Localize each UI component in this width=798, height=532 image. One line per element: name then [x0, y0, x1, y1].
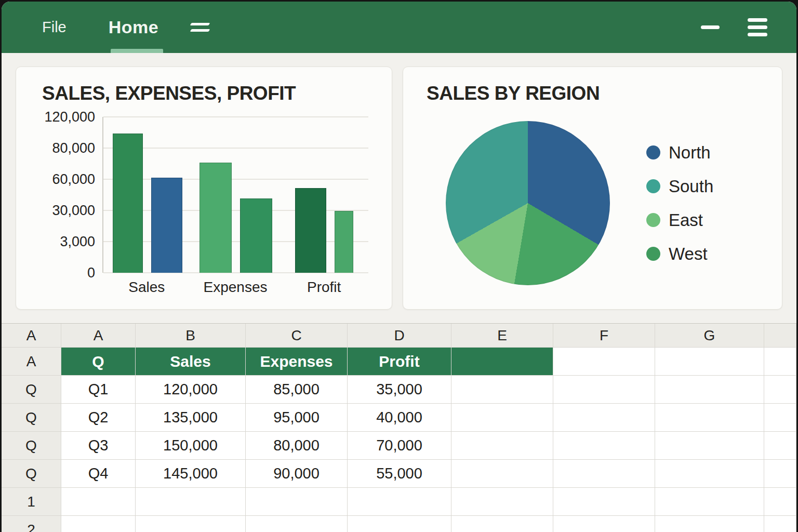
table-cell[interactable]: 90,000	[246, 460, 348, 488]
column-header[interactable]: F	[553, 324, 655, 348]
bar	[240, 198, 272, 273]
column-header[interactable]: G	[655, 324, 764, 348]
table-cell[interactable]	[764, 488, 796, 516]
table-cell[interactable]	[655, 432, 764, 460]
row-header[interactable]: Q	[2, 376, 61, 404]
table-cell[interactable]: 120,000	[136, 376, 246, 404]
window-controls	[701, 18, 767, 36]
table-header-cell[interactable]: Expenses	[246, 348, 348, 376]
slanted-lines-icon[interactable]	[191, 23, 209, 32]
table-cell[interactable]	[451, 460, 553, 488]
corner-header-cell[interactable]: A	[2, 324, 61, 348]
table-header-cell[interactable]	[451, 348, 553, 376]
table-cell[interactable]: Q2	[61, 404, 136, 432]
column-header[interactable]: C	[246, 324, 348, 348]
spreadsheet-grid: AABCDEFGAQSalesExpensesProfitQQ1120,0008…	[2, 323, 796, 532]
table-cell[interactable]	[553, 432, 655, 460]
bar-group	[103, 117, 192, 273]
column-header[interactable]: D	[348, 324, 451, 348]
bar-chart-plot	[102, 117, 368, 273]
table-cell[interactable]	[553, 404, 655, 432]
table-cell[interactable]	[553, 376, 655, 404]
table-cell[interactable]	[764, 516, 796, 532]
table-cell[interactable]: 55,000	[348, 460, 451, 488]
table-cell[interactable]	[61, 488, 136, 516]
menu-icon[interactable]	[748, 18, 767, 36]
bar-group	[280, 117, 368, 273]
table-cell[interactable]	[655, 460, 764, 488]
table-cell[interactable]	[451, 404, 553, 432]
table-cell[interactable]: 135,000	[136, 404, 246, 432]
column-header[interactable]: A	[61, 324, 136, 348]
legend-dot-icon	[646, 179, 660, 193]
table-cell[interactable]	[764, 404, 796, 432]
table-cell[interactable]: 40,000	[348, 404, 451, 432]
table-cell[interactable]	[764, 376, 796, 404]
table-header-cell[interactable]: Profit	[348, 348, 451, 376]
row-header[interactable]: 1	[2, 488, 61, 516]
table-cell[interactable]	[764, 348, 796, 376]
table-cell[interactable]: Q4	[61, 460, 136, 488]
table-header-cell[interactable]: Q	[61, 348, 136, 376]
table-cell[interactable]	[655, 404, 764, 432]
bar-group	[192, 117, 280, 273]
bar-groups	[103, 117, 368, 273]
table-cell[interactable]	[246, 488, 348, 516]
titlebar: File Home	[2, 2, 796, 53]
table-cell[interactable]	[655, 516, 764, 532]
table-cell[interactable]	[655, 376, 764, 404]
table-cell[interactable]	[61, 516, 136, 532]
column-header[interactable]: B	[136, 324, 246, 348]
table-cell[interactable]	[136, 488, 246, 516]
table-cell[interactable]	[348, 488, 451, 516]
row-header[interactable]: Q	[2, 404, 61, 432]
table-cell[interactable]: 85,000	[246, 376, 348, 404]
table-cell[interactable]	[764, 432, 796, 460]
table-cell[interactable]	[246, 516, 348, 532]
table-cell[interactable]: Q3	[61, 432, 136, 460]
row-header[interactable]: 2	[2, 516, 61, 532]
table-cell[interactable]	[348, 516, 451, 532]
table-cell[interactable]: Q1	[61, 376, 136, 404]
bar	[113, 134, 143, 273]
table-cell[interactable]	[553, 488, 655, 516]
legend-dot-icon	[646, 145, 660, 159]
table-header-cell[interactable]: Sales	[136, 348, 246, 376]
column-header[interactable]: E	[451, 324, 553, 348]
table-cell[interactable]	[553, 516, 655, 532]
table-cell[interactable]	[451, 516, 553, 532]
pie-chart	[446, 121, 610, 285]
x-axis-category-label: Expenses	[191, 279, 280, 296]
bar	[200, 163, 232, 273]
table-cell[interactable]: 35,000	[348, 376, 451, 404]
legend-label: West	[669, 244, 708, 264]
table-cell[interactable]: 145,000	[136, 460, 246, 488]
table-cell[interactable]: 95,000	[246, 404, 348, 432]
tab-home[interactable]: Home	[109, 17, 158, 37]
table-cell[interactable]: 150,000	[136, 432, 246, 460]
table-cell[interactable]	[764, 460, 796, 488]
y-axis-tick-label: 0	[87, 265, 95, 281]
charts-row: SALES, EXPENSES, PROFIT 120,00080,00060,…	[2, 53, 796, 310]
table-cell[interactable]	[136, 516, 246, 532]
bar-chart-y-axis: 120,00080,00060,00030,0003,0000	[25, 117, 102, 273]
tab-file[interactable]: File	[42, 19, 66, 36]
table-cell[interactable]	[655, 488, 764, 516]
bar-chart-x-axis: SalesExpensesProfit	[102, 279, 368, 296]
table-cell[interactable]	[553, 348, 655, 376]
table-cell[interactable]	[655, 348, 764, 376]
row-header[interactable]: Q	[2, 460, 61, 488]
column-header[interactable]	[764, 324, 796, 348]
row-header[interactable]: Q	[2, 432, 61, 460]
y-axis-tick-label: 120,000	[44, 109, 95, 125]
table-cell[interactable]	[451, 432, 553, 460]
table-cell[interactable]: 80,000	[246, 432, 348, 460]
row-header[interactable]: A	[2, 348, 61, 376]
table-cell[interactable]: 70,000	[348, 432, 451, 460]
minimize-icon[interactable]	[701, 25, 720, 29]
table-cell[interactable]	[451, 376, 553, 404]
table-cell[interactable]	[451, 488, 553, 516]
bar-chart-title: SALES, EXPENSES, PROFIT	[42, 83, 392, 104]
y-axis-tick-label: 80,000	[52, 140, 95, 156]
table-cell[interactable]	[553, 460, 655, 488]
